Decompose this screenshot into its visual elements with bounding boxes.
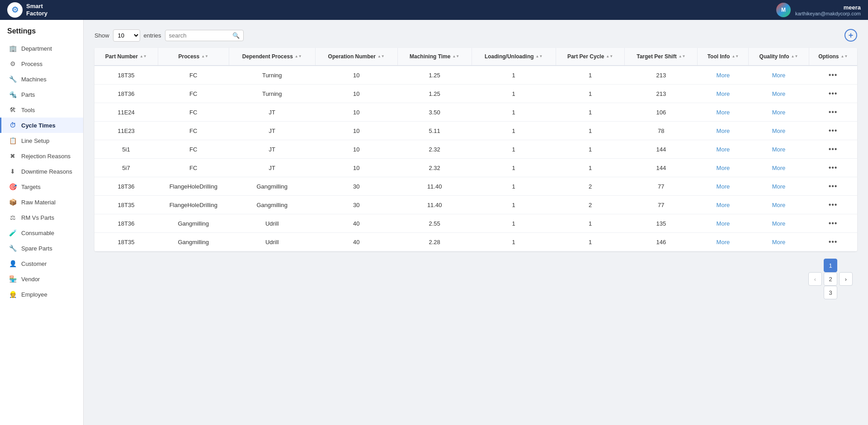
sidebar-item-parts[interactable]: 🔩 Parts [0,87,83,102]
cell-options: ••• [809,196,857,214]
col-header-loading-unloading[interactable]: Loading/Unloading▲▼ [472,48,556,66]
tool-info-more-link[interactable]: More [717,202,730,208]
page-button-3[interactable]: 3 [824,286,837,299]
cell-process: FC [158,122,229,140]
col-header-machining-time[interactable]: Machining Time▲▼ [397,48,472,66]
add-button[interactable]: + [844,29,857,42]
options-button[interactable]: ••• [829,201,838,209]
quality-info-more-link[interactable]: More [772,202,786,208]
raw-material-icon: 📦 [9,198,17,206]
entries-select[interactable]: 10 25 50 100 [113,29,140,42]
sidebar-item-raw-material[interactable]: 📦 Raw Material [0,194,83,210]
search-input[interactable] [169,32,232,39]
col-header-process[interactable]: Process▲▼ [158,48,229,66]
quality-info-more-link[interactable]: More [772,109,786,116]
tool-info-more-link[interactable]: More [717,90,730,97]
options-button[interactable]: ••• [829,71,838,79]
quality-info-more-link[interactable]: More [772,128,786,134]
entries-label: entries [144,32,161,39]
cell-quality-info: More [749,196,809,214]
tool-info-more-link[interactable]: More [717,128,730,134]
table-row: 11E23FCJT105.111178MoreMore••• [94,122,857,140]
sidebar-item-employee[interactable]: 👷 Employee [0,287,83,302]
tool-info-more-link[interactable]: More [717,183,730,190]
tool-info-more-link[interactable]: More [717,72,730,79]
sidebar-item-cycle-times[interactable]: ⏱ Cycle Times [0,118,83,133]
options-button[interactable]: ••• [829,219,838,227]
sidebar-item-vendor[interactable]: 🏪 Vendor [0,271,83,287]
avatar: M [776,3,791,17]
tool-info-more-link[interactable]: More [717,220,730,227]
col-header-options[interactable]: Options▲▼ [809,48,857,66]
page-button-1[interactable]: 1 [824,259,837,272]
cell-operation-number: 10 [315,140,397,159]
cell-options: ••• [809,177,857,196]
col-header-target-per-shift[interactable]: Target Per Shift▲▼ [625,48,698,66]
cell-target-per-shift: 213 [625,85,698,103]
sidebar-item-process[interactable]: ⚙ Process [0,56,83,71]
cell-loading-unloading: 1 [472,214,556,233]
table-row: 5i7FCJT102.3211144MoreMore••• [94,159,857,177]
toolbar: Show 10 25 50 100 entries 🔍 + [94,29,857,42]
options-button[interactable]: ••• [829,90,838,98]
quality-info-more-link[interactable]: More [772,72,786,79]
cell-loading-unloading: 1 [472,177,556,196]
options-button[interactable]: ••• [829,127,838,135]
quality-info-more-link[interactable]: More [772,146,786,153]
tool-info-more-link[interactable]: More [717,165,730,171]
table-row: 18T35FCTurning101.2511213MoreMore••• [94,66,857,85]
tool-info-more-link[interactable]: More [717,146,730,153]
options-button[interactable]: ••• [829,182,838,190]
user-area: M meera karthikeyan@makdycorp.com [776,3,861,17]
consumable-icon: 🧪 [9,229,17,236]
sidebar-item-spare-parts[interactable]: 🔧 Spare Parts [0,241,83,256]
tool-info-more-link[interactable]: More [717,239,730,246]
prev-page-button[interactable]: ‹ [808,272,822,286]
sidebar-item-machines[interactable]: 🔧 Machines [0,71,83,87]
main-content: Show 10 25 50 100 entries 🔍 + Part Numb [84,20,868,425]
cell-part-number: 18T35 [94,233,158,251]
sort-icon: ▲▼ [679,55,686,58]
sidebar-label-line-setup: Line Setup [21,137,49,144]
tool-info-more-link[interactable]: More [717,109,730,116]
col-header-dependent-process[interactable]: Dependent Process▲▼ [229,48,315,66]
quality-info-more-link[interactable]: More [772,239,786,246]
next-page-button[interactable]: › [839,272,853,286]
sidebar-item-customer[interactable]: 👤 Customer [0,256,83,271]
sidebar-item-targets[interactable]: 🎯 Targets [0,179,83,194]
cell-process: Gangmilling [158,214,229,233]
sidebar-item-rm-vs-parts[interactable]: ⚖ RM Vs Parts [0,210,83,225]
quality-info-more-link[interactable]: More [772,220,786,227]
cell-part-per-cycle: 2 [556,177,624,196]
col-header-tool-info[interactable]: Tool Info▲▼ [698,48,749,66]
options-button[interactable]: ••• [829,145,838,153]
col-header-part-per-cycle[interactable]: Part Per Cycle▲▼ [556,48,624,66]
cell-part-number: 18T35 [94,66,158,85]
options-button[interactable]: ••• [829,164,838,172]
sidebar-item-department[interactable]: 🏢 Department [0,41,83,56]
quality-info-more-link[interactable]: More [772,165,786,171]
table-row: 5i1FCJT102.3211144MoreMore••• [94,140,857,159]
page-button-2[interactable]: 2 [824,272,837,286]
col-header-part-number[interactable]: Part Number▲▼ [94,48,158,66]
cell-operation-number: 10 [315,85,397,103]
sidebar-item-downtime-reasons[interactable]: ⬇ Downtime Reasons [0,164,83,179]
cell-target-per-shift: 77 [625,196,698,214]
options-button[interactable]: ••• [829,238,838,246]
sidebar-label-raw-material: Raw Material [21,199,56,206]
sidebar-label-targets: Targets [21,184,41,190]
sidebar-item-line-setup[interactable]: 📋 Line Setup [0,133,83,148]
cell-machining-time: 2.32 [397,159,472,177]
search-icon[interactable]: 🔍 [232,32,240,39]
options-button[interactable]: ••• [829,108,838,116]
logo-icon: ⚙ [7,2,23,18]
sidebar-item-rejection-reasons[interactable]: ✖ Rejection Reasons [0,148,83,164]
sidebar-item-tools[interactable]: 🛠 Tools [0,102,83,118]
sidebar-item-consumable[interactable]: 🧪 Consumable [0,225,83,241]
quality-info-more-link[interactable]: More [772,183,786,190]
col-header-quality-info[interactable]: Quality Info▲▼ [749,48,809,66]
cell-options: ••• [809,122,857,140]
cell-loading-unloading: 1 [472,233,556,251]
col-header-operation-number[interactable]: Operation Number▲▼ [315,48,397,66]
quality-info-more-link[interactable]: More [772,90,786,97]
